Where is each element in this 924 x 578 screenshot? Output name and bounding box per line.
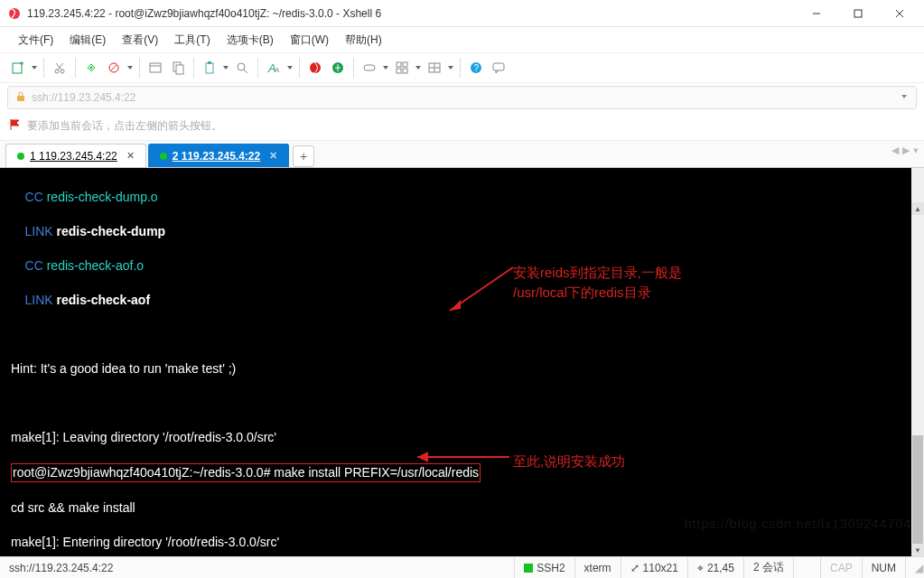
watermark: https://blog.csdn.net/lx1309244704 xyxy=(685,516,911,533)
svg-rect-20 xyxy=(208,61,211,64)
lock-icon xyxy=(15,91,26,105)
hint-text: 要添加当前会话，点击左侧的箭头按钮。 xyxy=(27,118,222,134)
status-num: NUM xyxy=(862,557,905,578)
svg-rect-31 xyxy=(403,69,407,73)
status-dot-icon xyxy=(17,153,24,160)
add-tab-button[interactable]: + xyxy=(293,145,314,167)
scrollbar-thumb[interactable] xyxy=(912,435,923,544)
maximize-button[interactable] xyxy=(837,1,879,26)
address-field[interactable]: ssh://119.23.245.4:22 xyxy=(7,86,917,109)
menu-edit[interactable]: 编辑(E) xyxy=(62,31,113,50)
tab-label: 1 119.23.245.4:22 xyxy=(30,150,117,163)
help-button[interactable]: ? xyxy=(465,56,487,79)
terminal-line: CC redis-check-dump.o xyxy=(11,189,919,206)
menubar: 文件(F) 编辑(E) 查看(V) 工具(T) 选项卡(B) 窗口(W) 帮助(… xyxy=(0,27,924,52)
tab-1[interactable]: 1 119.23.245.4:22 ✕ xyxy=(5,144,146,167)
arrow-icon xyxy=(410,446,511,462)
annotation: 至此,说明安装成功 xyxy=(513,452,625,470)
svg-rect-18 xyxy=(176,65,183,74)
svg-rect-27 xyxy=(364,65,375,70)
tunnel-button[interactable] xyxy=(359,56,380,79)
address-text: ssh://119.23.245.4:22 xyxy=(32,91,135,104)
cursor-pos-icon: ⌖ xyxy=(697,562,704,574)
close-button[interactable] xyxy=(879,1,920,26)
status-resize-grip[interactable]: ◢ xyxy=(905,557,924,578)
svg-point-25 xyxy=(310,62,321,73)
address-bar: ssh://119.23.245.4:22 xyxy=(0,83,924,112)
svg-point-21 xyxy=(238,63,245,70)
svg-rect-38 xyxy=(17,96,24,101)
status-dot-icon xyxy=(160,153,167,160)
tile-button[interactable] xyxy=(424,56,445,79)
close-icon[interactable]: ✕ xyxy=(269,150,277,162)
svg-text:?: ? xyxy=(474,63,480,73)
ssh-indicator-icon xyxy=(524,564,533,573)
tab-next-icon[interactable]: ▶ xyxy=(902,144,910,156)
tab-prev-icon[interactable]: ◀ xyxy=(891,144,899,156)
svg-rect-37 xyxy=(493,63,504,70)
terminal-line: CC redis-check-aof.o xyxy=(11,257,919,275)
menu-view[interactable]: 查看(V) xyxy=(115,31,165,50)
feedback-button[interactable] xyxy=(488,56,509,79)
terminal-line: LINK redis-check-aof xyxy=(11,292,919,309)
menu-file[interactable]: 文件(F) xyxy=(11,31,61,50)
annotation: 安装reids到指定目录,一般是 xyxy=(513,264,682,281)
svg-rect-28 xyxy=(397,62,401,67)
dropdown-icon[interactable] xyxy=(900,91,909,104)
svg-rect-15 xyxy=(150,63,161,72)
svg-line-22 xyxy=(244,70,247,73)
terminal-line: make[1]: Entering directory '/root/redis… xyxy=(11,534,919,551)
svg-rect-2 xyxy=(854,10,862,17)
flag-icon xyxy=(9,118,22,134)
status-cap: CAP xyxy=(820,557,862,578)
svg-rect-5 xyxy=(13,63,22,73)
annotation: /usr/local下的redis目录 xyxy=(513,284,651,301)
cut-button[interactable] xyxy=(49,56,70,79)
svg-text:A: A xyxy=(275,66,280,74)
close-icon[interactable]: ✕ xyxy=(126,150,135,162)
status-term: xterm xyxy=(574,557,621,578)
find-button[interactable] xyxy=(231,56,253,79)
tab-2[interactable]: 2 119.23.245.4:22 ✕ xyxy=(148,144,289,167)
terminal-line: make[1]: Leaving directory '/root/redis-… xyxy=(11,429,919,446)
svg-rect-29 xyxy=(403,62,407,67)
xagent-button[interactable] xyxy=(304,56,326,79)
status-size: ⤢110x21 xyxy=(621,557,687,578)
terminal-line: LINK redis-check-dump xyxy=(11,223,919,240)
toolbar: AA ? xyxy=(0,52,924,83)
titlebar: 119.23.245.4:22 - root@iZwz9bjiawhqzf40o… xyxy=(0,0,924,27)
scroll-down-button[interactable]: ▼ xyxy=(911,544,924,556)
font-button[interactable]: AA xyxy=(263,56,285,79)
app-icon xyxy=(7,6,22,21)
menu-tools[interactable]: 工具(T) xyxy=(167,31,217,50)
tab-bar: 1 119.23.245.4:22 ✕ 2 119.23.245.4:22 ✕ … xyxy=(0,141,924,168)
hint-bar: 要添加当前会话，点击左侧的箭头按钮。 xyxy=(0,112,924,141)
svg-rect-30 xyxy=(397,69,401,73)
paste-button[interactable] xyxy=(199,56,220,79)
properties-button[interactable] xyxy=(145,56,166,79)
status-ssh: SSH2 xyxy=(514,557,574,578)
status-address: ssh://119.23.245.4:22 xyxy=(0,562,514,574)
minimize-button[interactable] xyxy=(796,1,837,26)
window-title: 119.23.245.4:22 - root@iZwz9bjiawhqzf40o… xyxy=(27,7,796,20)
menu-help[interactable]: 帮助(H) xyxy=(338,31,389,50)
disconnect-button[interactable] xyxy=(103,56,125,79)
terminal[interactable]: CC redis-check-dump.o LINK redis-check-d… xyxy=(0,168,924,556)
ruler-icon: ⤢ xyxy=(630,562,639,574)
menu-tabs[interactable]: 选项卡(B) xyxy=(219,31,281,50)
tab-list-icon[interactable]: ▾ xyxy=(913,144,919,156)
status-pos: ⌖21,45 xyxy=(687,557,743,578)
terminal-line: Hint: It's a good idea to run 'make test… xyxy=(11,360,919,378)
status-sessions: 2 会话 xyxy=(743,557,793,578)
layout-button[interactable] xyxy=(391,56,413,79)
copy-button[interactable] xyxy=(167,56,189,79)
scrollbar[interactable]: ▲ ▼ xyxy=(911,168,924,556)
svg-point-12 xyxy=(90,67,93,70)
terminal-line: cd src && make install xyxy=(11,499,919,517)
svg-rect-19 xyxy=(206,63,213,73)
xftp-button[interactable] xyxy=(327,56,349,79)
reconnect-button[interactable] xyxy=(80,56,102,79)
menu-window[interactable]: 窗口(W) xyxy=(283,31,336,50)
new-session-button[interactable] xyxy=(7,56,29,79)
status-bar: ssh://119.23.245.4:22 SSH2 xterm ⤢110x21… xyxy=(0,556,924,578)
